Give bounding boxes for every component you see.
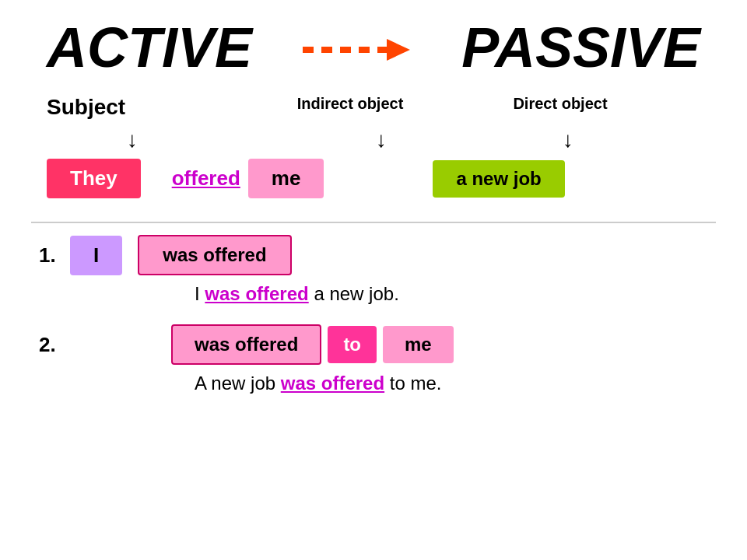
passive-2-sentence-end: to me. (384, 373, 441, 394)
divider (31, 222, 716, 223)
offered-word: offered (172, 166, 240, 191)
passive-1-was-offered-inline: was offered (205, 283, 308, 304)
labels-row: Subject Indirect object Direct object (31, 95, 716, 120)
i-box: I (70, 236, 122, 275)
indirect-down-arrow: ↓ (342, 128, 420, 152)
subject-down-arrow: ↓ (86, 128, 179, 152)
passive-2-sentence: A new job was offered to me. (187, 373, 716, 394)
passive-1-number: 1. (39, 243, 70, 268)
me-box-2: me (383, 326, 454, 363)
active-row: They offered me a new job (31, 159, 716, 198)
a-new-job-box: a new job (433, 160, 564, 198)
passive-2-number: 2. (39, 333, 70, 357)
active-to-passive-arrow (295, 28, 419, 67)
direct-down-arrow: ↓ (529, 128, 607, 152)
down-arrows-row: ↓ ↓ ↓ (31, 128, 716, 152)
header-row: ACTIVE PASSIVE (31, 16, 716, 79)
was-offered-box-1: was offered (138, 235, 291, 275)
passive-2-was-offered-inline: was offered (281, 373, 384, 394)
arrow-container (295, 28, 419, 67)
active-title: ACTIVE (47, 16, 252, 79)
they-box: They (47, 159, 141, 198)
passive-2-row: 2. was offered to me (31, 324, 716, 365)
subject-label: Subject (47, 95, 187, 120)
passive-1-sentence-rest: a new job. (309, 283, 399, 304)
to-box: to (328, 326, 377, 363)
passive-1-sentence-i: I (195, 283, 205, 304)
passive-1-sentence: I was offered a new job. (187, 283, 716, 305)
passive-2-sentence-start: A new job (195, 373, 281, 394)
me-box: me (248, 159, 324, 198)
direct-object-label: Direct object (482, 95, 638, 113)
svg-marker-1 (387, 39, 410, 61)
indirect-object-label: Indirect object (265, 95, 436, 113)
passive-1-row: 1. I was offered (31, 235, 716, 275)
passive-title: PASSIVE (461, 16, 700, 79)
was-offered-box-2: was offered (171, 324, 321, 365)
main-container: ACTIVE PASSIVE Subject Indirect object D… (0, 0, 747, 560)
